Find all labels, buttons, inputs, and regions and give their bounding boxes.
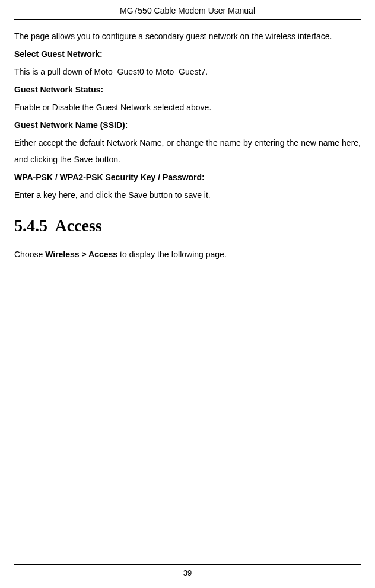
page-number: 39 xyxy=(183,568,192,577)
item-label-2: Guest Network Name (SSID): xyxy=(14,117,361,133)
instruction-suffix: to display the following page. xyxy=(117,250,227,259)
section-title: Access xyxy=(55,216,101,235)
section-heading: 5.4.5 Access xyxy=(14,216,361,235)
instruction-bold: Wireless > Access xyxy=(45,250,117,259)
page-header: MG7550 Cable Modem User Manual xyxy=(14,0,361,20)
section-instruction: Choose Wireless > Access to display the … xyxy=(14,246,361,263)
item-desc-1: Enable or Disable the Guest Network sele… xyxy=(14,99,361,116)
page-content: The page allows you to configure a secon… xyxy=(14,28,361,263)
instruction-prefix: Choose xyxy=(14,250,45,259)
item-desc-2: Either accept the default Network Name, … xyxy=(14,135,361,168)
section-number: 5.4.5 xyxy=(14,216,47,235)
item-desc-3: Enter a key here, and click the Save but… xyxy=(14,187,361,203)
item-label-3: WPA-PSK / WPA2-PSK Security Key / Passwo… xyxy=(14,169,361,186)
item-desc-0: This is a pull down of Moto_Guest0 to Mo… xyxy=(14,63,361,80)
header-title: MG7550 Cable Modem User Manual xyxy=(120,6,255,15)
item-label-0: Select Guest Network: xyxy=(14,46,361,62)
page-footer: 39 xyxy=(14,564,361,577)
intro-paragraph: The page allows you to configure a secon… xyxy=(14,28,361,44)
item-label-1: Guest Network Status: xyxy=(14,81,361,98)
